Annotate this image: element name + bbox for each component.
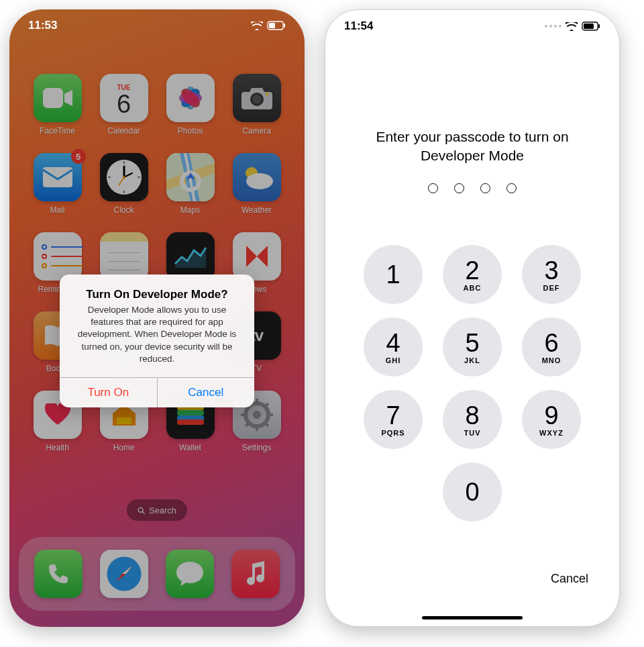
phone-home-screen: FaceTime TUE 6 Calendar [9, 9, 305, 627]
status-bar: 11:53 [9, 9, 305, 42]
svg-rect-54 [284, 23, 285, 28]
key-3[interactable]: 3DEF [522, 245, 581, 304]
key-4[interactable]: 4GHI [364, 317, 423, 377]
cellular-dots-icon [545, 25, 561, 28]
key-7[interactable]: 7PQRS [364, 390, 423, 449]
svg-rect-56 [584, 23, 594, 29]
alert-message: Developer Mode allows you to use feature… [70, 304, 244, 365]
alert-title: Turn On Developer Mode? [70, 288, 244, 301]
battery-icon [267, 21, 286, 30]
svg-rect-57 [598, 24, 600, 28]
status-time: 11:53 [28, 19, 57, 32]
phone-passcode-screen: 11:54 Enter your passcode to turn on Dev… [325, 9, 620, 627]
passcode-dots [325, 183, 619, 193]
key-5[interactable]: 5JKL [443, 317, 502, 377]
passcode-dot [506, 183, 517, 193]
key-1[interactable]: 1 [364, 245, 423, 304]
wifi-icon [566, 22, 578, 31]
passcode-dot [454, 183, 464, 193]
key-8[interactable]: 8TUV [443, 390, 502, 449]
numeric-keypad: 1 2ABC 3DEF 4GHI 5JKL 6MNO 7PQRS 8TUV 9W… [325, 245, 619, 521]
status-bar: 11:54 [325, 10, 619, 42]
turn-on-button[interactable]: Turn On [60, 378, 158, 407]
passcode-dot [480, 183, 490, 193]
passcode-prompt: Enter your passcode to turn on Developer… [325, 128, 619, 166]
battery-icon [582, 21, 600, 31]
svg-rect-53 [269, 23, 275, 28]
home-indicator[interactable] [422, 616, 523, 619]
passcode-dot [428, 183, 438, 193]
status-time: 11:54 [344, 19, 373, 33]
key-0[interactable]: 0 [443, 462, 502, 521]
key-2[interactable]: 2ABC [443, 245, 502, 304]
cancel-button[interactable]: Cancel [158, 378, 255, 407]
developer-mode-alert: Turn On Developer Mode? Developer Mode a… [60, 275, 254, 407]
key-6[interactable]: 6MNO [522, 317, 581, 377]
key-9[interactable]: 9WXYZ [522, 390, 581, 449]
passcode-cancel-button[interactable]: Cancel [551, 572, 588, 586]
wifi-icon [251, 21, 263, 30]
